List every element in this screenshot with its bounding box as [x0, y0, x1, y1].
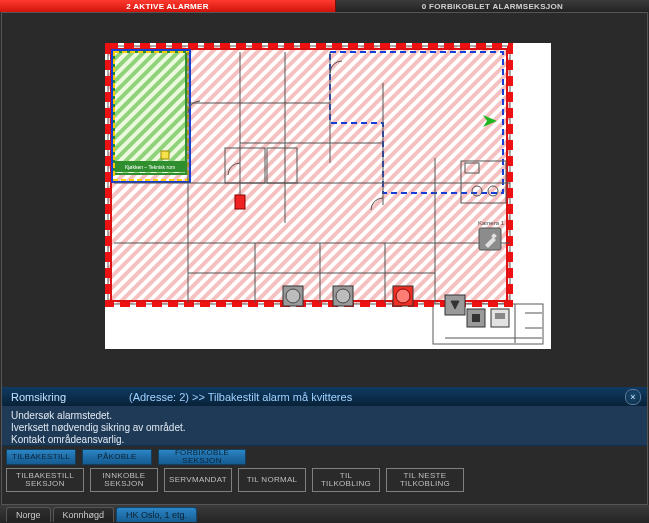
green-zone-label: Kjøkken – Teknisk rom	[125, 164, 175, 170]
btn-to-next-tilk[interactable]: TIL NESTE TILKOBLING	[386, 468, 464, 492]
tab-bar: Norge Konnhøgd HK Oslo, 1 etg.	[0, 505, 649, 523]
sensor-2[interactable]	[333, 286, 353, 306]
alarm-banner-detail: (Adresse: 2) >> Tilbakestilt alarm må kv…	[129, 391, 352, 403]
app-root: 2 AKTIVE ALARMER 0 FORBIKOBLET ALARMSEKS…	[0, 0, 649, 523]
global-alarm-bypass[interactable]: 0 FORBIKOBLET ALARMSEKSJON	[336, 0, 649, 12]
sensor-3-alarm[interactable]	[393, 286, 413, 306]
ext-device-2[interactable]	[491, 309, 509, 327]
btn-arm-section[interactable]: INNKOBLE SEKSJON	[90, 468, 158, 492]
svg-rect-42	[472, 314, 480, 322]
alarm-banner-close[interactable]: ×	[625, 389, 641, 405]
edit-device-button[interactable]	[479, 228, 501, 250]
svg-point-32	[286, 289, 300, 303]
btn-servmandat[interactable]: SERVMANDAT	[164, 468, 232, 492]
instruction-line-2: Iverksett nødvendig sikring av området.	[11, 422, 638, 434]
btn-to-normal[interactable]: TIL NORMAL	[238, 468, 306, 492]
svg-rect-7	[114, 52, 186, 174]
alarm-banner-title: Romsikring	[11, 391, 129, 403]
alarm-banner: Romsikring (Adresse: 2) >> Tilbakestilt …	[2, 387, 647, 407]
main-frame: Kjøkken – Teknisk rom	[1, 12, 648, 505]
svg-rect-39	[479, 228, 501, 250]
instruction-panel: Undersøk alarmstedet. Iverksett nødvendi…	[2, 406, 647, 446]
tab-norge[interactable]: Norge	[6, 507, 51, 522]
sensor-4[interactable]	[445, 295, 465, 315]
btn-bypass-section[interactable]: FORBIKOBLE SEKSJON	[158, 449, 246, 465]
floor-svg: Kjøkken – Teknisk rom	[105, 43, 551, 349]
svg-rect-30	[235, 195, 245, 209]
instruction-line-1: Undersøk alarmstedet.	[11, 410, 638, 422]
tab-konnhogd[interactable]: Konnhøgd	[53, 507, 115, 522]
camera-label: Kamera 1	[478, 220, 505, 226]
global-alarm-active[interactable]: 2 AKTIVE ALARMER	[0, 0, 336, 12]
action-row-secondary: TILBAKESTILL SEKSJON INNKOBLE SEKSJON SE…	[2, 466, 647, 493]
tab-hk-oslo-1[interactable]: HK Oslo, 1 etg.	[116, 507, 197, 522]
svg-rect-44	[495, 313, 505, 319]
global-alarm-strip: 2 AKTIVE ALARMER 0 FORBIKOBLET ALARMSEKS…	[0, 0, 649, 12]
device-red-1[interactable]	[235, 195, 245, 209]
btn-to-tilkobling[interactable]: TIL TILKOBLING	[312, 468, 380, 492]
svg-point-34	[336, 289, 350, 303]
svg-point-36	[396, 289, 410, 303]
btn-reset-section[interactable]: TILBAKESTILL SEKSJON	[6, 468, 84, 492]
instruction-line-3: Kontakt områdeansvarlig.	[11, 434, 638, 446]
btn-arm[interactable]: PÅKOBLE	[82, 449, 152, 465]
btn-reset[interactable]: TILBAKESTILL	[6, 449, 76, 465]
sensor-1[interactable]	[283, 286, 303, 306]
floor-plan[interactable]: Kjøkken – Teknisk rom	[105, 43, 551, 349]
action-row-primary: TILBAKESTILL PÅKOBLE FORBIKOBLE SEKSJON	[2, 446, 647, 466]
device-yellow-1[interactable]	[161, 151, 169, 159]
ext-device-1[interactable]	[467, 309, 485, 327]
green-zone[interactable]: Kjøkken – Teknisk rom	[114, 52, 186, 174]
